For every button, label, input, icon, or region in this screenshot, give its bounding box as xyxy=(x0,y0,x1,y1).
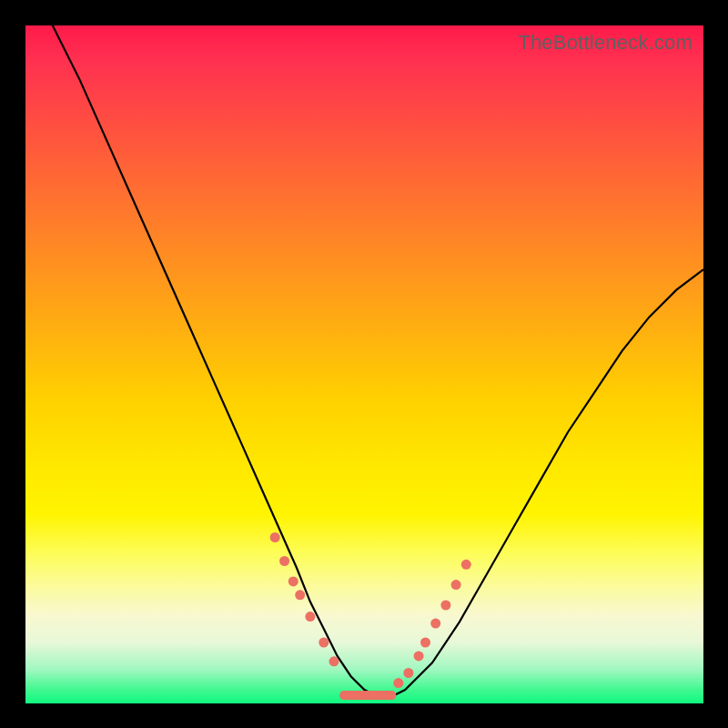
svg-point-10 xyxy=(420,638,430,648)
svg-point-8 xyxy=(403,668,413,678)
svg-point-6 xyxy=(329,656,339,666)
curve-line xyxy=(53,25,703,697)
svg-point-3 xyxy=(295,590,305,600)
chart-plot-area: TheBottleneck.com xyxy=(25,25,703,703)
svg-point-12 xyxy=(440,601,450,611)
svg-point-5 xyxy=(318,638,329,648)
svg-point-9 xyxy=(414,651,424,661)
svg-point-11 xyxy=(430,619,440,629)
svg-point-4 xyxy=(305,612,315,622)
marker-dots xyxy=(270,532,471,695)
chart-svg xyxy=(25,25,703,703)
svg-point-1 xyxy=(279,556,289,566)
watermark-text: TheBottleneck.com xyxy=(518,31,693,55)
svg-point-7 xyxy=(393,678,403,688)
svg-point-13 xyxy=(451,580,461,590)
svg-point-14 xyxy=(461,560,471,570)
svg-point-2 xyxy=(288,576,298,586)
svg-point-0 xyxy=(270,532,280,542)
